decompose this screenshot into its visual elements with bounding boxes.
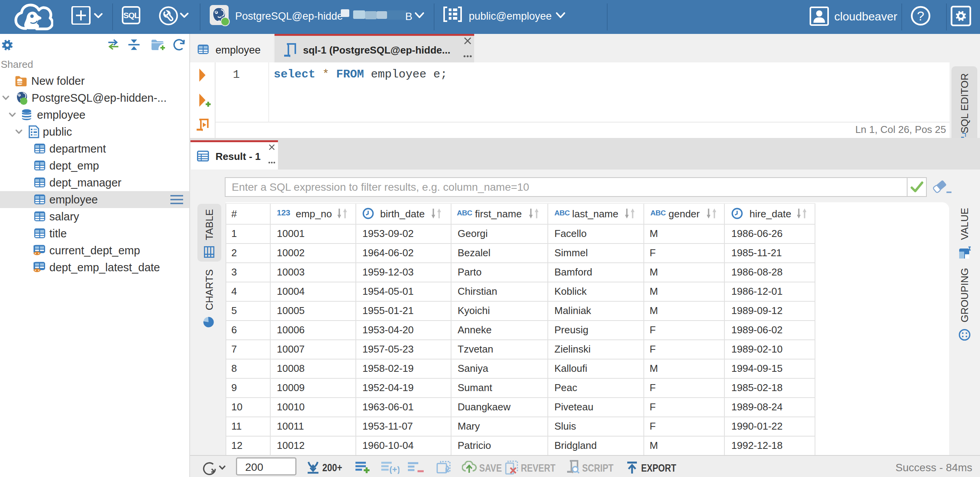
svg-text:?: ? — [917, 8, 924, 23]
svg-text:SQL: SQL — [123, 11, 139, 20]
svg-text:(+): (+) — [389, 465, 399, 474]
